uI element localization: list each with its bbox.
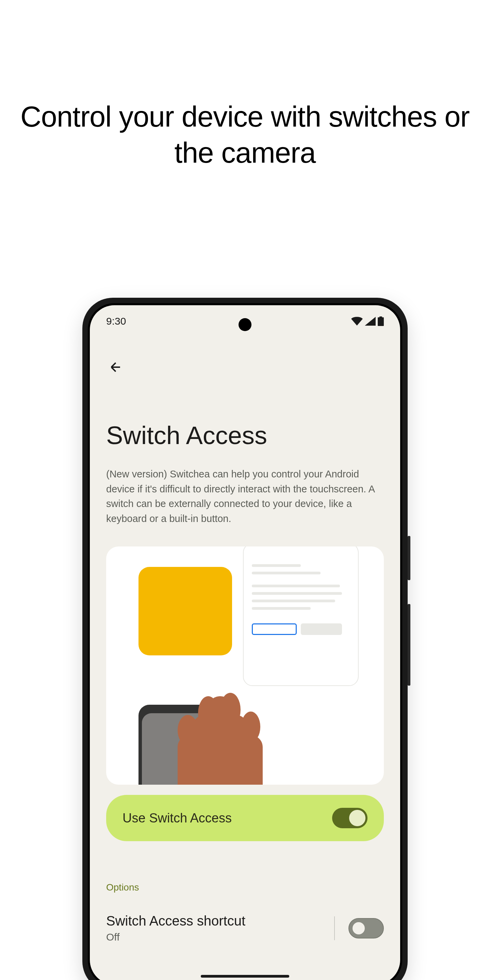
shortcut-status: Off (106, 931, 321, 943)
arrow-left-icon (108, 360, 123, 375)
wifi-icon (351, 317, 363, 326)
illustration-panel (243, 546, 359, 686)
phone-side-button-power (408, 536, 410, 580)
svg-point-2 (220, 693, 240, 727)
illustration-switch-yellow (138, 567, 232, 655)
switch-access-shortcut-row[interactable]: Switch Access shortcut Off (106, 913, 384, 943)
use-switch-access-row[interactable]: Use Switch Access (106, 795, 384, 841)
svg-point-1 (198, 696, 218, 730)
page-description: (New version) Switchea can help you cont… (106, 467, 384, 526)
camera-cutout (239, 318, 251, 331)
marketing-title: Control your device with switches or the… (0, 0, 490, 171)
page-title: Switch Access (106, 421, 384, 450)
svg-point-3 (241, 711, 260, 742)
illustration-card (106, 546, 384, 785)
shortcut-title: Switch Access shortcut (106, 913, 321, 929)
status-time: 9:30 (106, 315, 126, 327)
illustration-highlighted-button (252, 624, 297, 635)
back-button[interactable] (106, 358, 125, 377)
option-divider (334, 916, 335, 940)
phone-side-button-volume (408, 604, 410, 686)
use-switch-access-label: Use Switch Access (123, 811, 232, 826)
phone-frame: 9:30 Switch Access (New version) Switche… (82, 298, 408, 980)
nav-bar-handle[interactable] (201, 975, 289, 978)
use-switch-access-toggle[interactable] (332, 808, 368, 828)
shortcut-toggle[interactable] (348, 918, 384, 939)
illustration-button (301, 624, 342, 635)
battery-icon (378, 317, 384, 326)
phone-screen: 9:30 Switch Access (New version) Switche… (90, 305, 400, 980)
svg-point-0 (178, 715, 198, 746)
status-icons (351, 317, 384, 326)
signal-icon (365, 317, 375, 326)
options-section-label: Options (106, 882, 384, 893)
hand-icon (167, 693, 269, 785)
